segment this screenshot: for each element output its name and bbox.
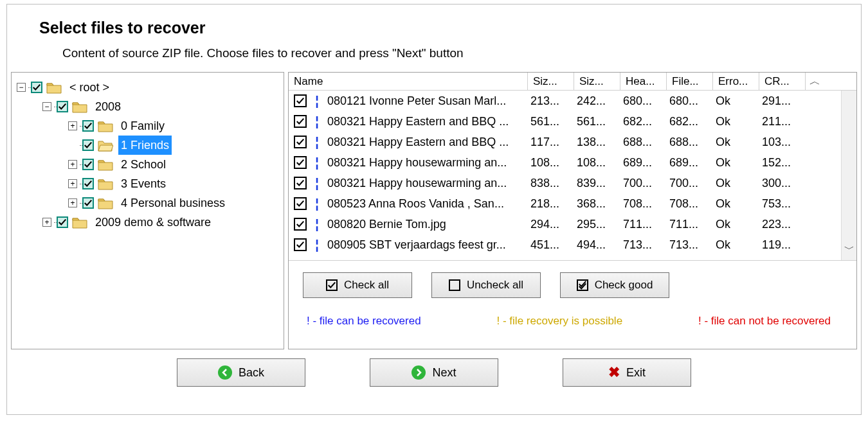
row-checkbox[interactable]: [294, 177, 307, 189]
tree-item-personal[interactable]: 4 Personal business: [118, 193, 228, 213]
row-size2: 108...: [573, 156, 619, 170]
folder-icon: [98, 177, 113, 190]
row-size1: 561...: [527, 115, 573, 128]
col-crc[interactable]: CR...: [759, 73, 806, 90]
row-err: Ok: [712, 115, 758, 128]
row-checkbox[interactable]: [294, 115, 307, 128]
back-button[interactable]: Back: [177, 358, 305, 387]
arrow-left-icon: [218, 365, 232, 380]
table-row[interactable]: ¦080523 Anna Roos Vanida , San...218...3…: [289, 193, 856, 214]
check-good-button[interactable]: Check good: [560, 272, 669, 298]
row-checkbox[interactable]: [294, 156, 307, 169]
tree-item-2009[interactable]: 2009 demo & software: [93, 213, 213, 232]
col-file[interactable]: File...: [667, 73, 713, 90]
folder-icon: [46, 81, 62, 94]
scroll-down-icon[interactable]: ﹀: [844, 243, 854, 256]
row-checkbox[interactable]: [294, 197, 307, 210]
row-crc: 223...: [758, 218, 804, 231]
tree-item-school[interactable]: 2 School: [118, 155, 168, 174]
tree-check-2008[interactable]: [57, 101, 68, 112]
tree-check-2009[interactable]: [57, 216, 68, 228]
status-mark-icon: ¦: [311, 155, 323, 170]
check-all-button[interactable]: Check all: [303, 272, 412, 298]
tree-check-root[interactable]: [31, 82, 42, 93]
col-hea[interactable]: Hea...: [620, 73, 667, 90]
tree-check-family[interactable]: [82, 120, 94, 132]
col-err[interactable]: Erro...: [713, 73, 759, 90]
tree-expand-events[interactable]: +: [68, 179, 77, 188]
next-button[interactable]: Next: [370, 358, 498, 387]
tree-check-events[interactable]: [82, 178, 94, 189]
tree-collapse-2008[interactable]: −: [42, 102, 51, 111]
status-mark-icon: ¦: [311, 135, 323, 150]
row-hea: 688...: [619, 136, 665, 149]
legend-possible: ! - file recovery is possible: [497, 315, 623, 328]
folder-icon: [72, 216, 87, 229]
row-size1: 294...: [527, 218, 573, 231]
scrollbar[interactable]: ﹀: [841, 91, 856, 260]
check-icon: [326, 279, 338, 291]
row-name: 080321 Happy Eastern and BBQ ...: [327, 136, 527, 149]
row-size2: 368...: [573, 197, 619, 211]
row-checkbox[interactable]: [294, 238, 307, 251]
scroll-up-icon[interactable]: ︿: [806, 73, 824, 90]
row-size1: 838...: [527, 177, 573, 190]
row-crc: 103...: [758, 136, 804, 149]
row-hea: 682...: [619, 115, 665, 128]
check-good-label: Check good: [595, 279, 653, 292]
tree-check-school[interactable]: [82, 159, 94, 170]
col-name[interactable]: Name: [289, 73, 528, 90]
status-mark-icon: ¦: [311, 197, 323, 211]
tree-collapse-root[interactable]: −: [17, 83, 26, 92]
check-all-label: Check all: [344, 279, 389, 292]
legend-recoverable: ! - file can be recovered: [307, 315, 421, 328]
tree-item-events[interactable]: 3 Events: [118, 174, 168, 193]
col-size1[interactable]: Siz...: [528, 73, 574, 90]
tree-expand-school[interactable]: +: [68, 160, 77, 169]
tree-item-2008[interactable]: 2008: [93, 97, 123, 116]
tree-item-family[interactable]: 0 Family: [118, 116, 167, 136]
table-row[interactable]: ¦080820 Bernie Tom.jpg294...295...711...…: [289, 214, 856, 234]
table-row[interactable]: ¦080321 Happy Eastern and BBQ ...561...5…: [289, 111, 856, 132]
tree-expand-personal[interactable]: +: [68, 198, 77, 207]
row-file: 700...: [665, 177, 712, 190]
double-check-icon: [577, 279, 588, 291]
row-err: Ok: [712, 136, 758, 149]
table-row[interactable]: ¦080321 Happy housewarming an...108...10…: [289, 152, 856, 173]
table-row[interactable]: ¦080121 Ivonne Peter Susan Marl...213...…: [289, 91, 856, 111]
tree-expand-2009[interactable]: +: [42, 218, 51, 227]
row-file: 688...: [665, 136, 712, 149]
row-crc: 753...: [758, 197, 804, 211]
row-checkbox[interactable]: [294, 94, 307, 107]
row-checkbox[interactable]: [294, 218, 307, 231]
row-err: Ok: [712, 156, 758, 170]
tree-check-friends[interactable]: [82, 139, 94, 151]
status-mark-icon: ¦: [311, 238, 323, 252]
file-list[interactable]: Name Siz... Siz... Hea... File... Erro..…: [289, 73, 856, 261]
uncheck-all-button[interactable]: Uncheck all: [431, 272, 541, 298]
status-mark-icon: ¦: [311, 94, 323, 109]
close-icon: ✖: [608, 364, 620, 381]
tree-expand-family[interactable]: +: [68, 121, 77, 130]
status-mark-icon: ¦: [311, 176, 323, 191]
exit-button[interactable]: ✖ Exit: [563, 358, 691, 387]
row-file: 680...: [665, 94, 712, 108]
row-size2: 839...: [573, 177, 619, 190]
col-size2[interactable]: Siz...: [574, 73, 620, 90]
row-crc: 152...: [758, 156, 804, 170]
status-mark-icon: ¦: [311, 217, 323, 232]
folder-icon: [72, 100, 87, 113]
page-title: Select files to recover: [39, 19, 835, 37]
tree-toggle-blank: [68, 141, 77, 150]
row-checkbox[interactable]: [294, 136, 307, 148]
table-row[interactable]: ¦080905 SBT verjaardags feest gr...451..…: [289, 234, 856, 255]
table-row[interactable]: ¦080321 Happy Eastern and BBQ ...117...1…: [289, 132, 856, 152]
row-crc: 291...: [758, 94, 804, 108]
folder-tree[interactable]: − < root > − 2008 + 0 Family: [11, 72, 284, 349]
row-err: Ok: [712, 218, 758, 231]
tree-item-root[interactable]: < root >: [67, 78, 112, 97]
tree-check-personal[interactable]: [82, 197, 94, 209]
tree-item-friends[interactable]: 1 Friends: [118, 136, 172, 155]
row-file: 682...: [665, 115, 712, 128]
table-row[interactable]: ¦080321 Happy housewarming an...838...83…: [289, 173, 856, 193]
